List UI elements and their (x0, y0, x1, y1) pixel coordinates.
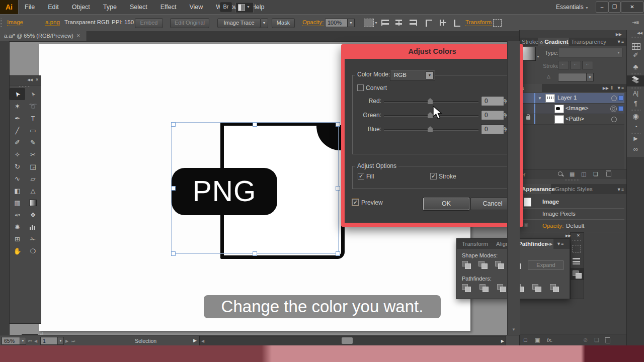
scroll-left-icon[interactable]: ◀ (201, 339, 204, 343)
unite-icon[interactable] (461, 260, 472, 269)
mask-button[interactable]: Mask (272, 18, 295, 28)
appearance-opacity-value[interactable]: Default (566, 223, 584, 229)
gradient-angle-field[interactable] (558, 73, 587, 81)
selection-handle[interactable] (171, 186, 176, 191)
gradient-tool[interactable] (25, 197, 41, 209)
green-value-field[interactable]: 0 (481, 110, 504, 120)
eyedropper-tool[interactable]: ✑ (10, 209, 25, 221)
ok-button[interactable]: OK (423, 198, 469, 210)
align-top-icon[interactable] (426, 20, 432, 27)
pf-panel-menu-icon[interactable]: ▼≡ (556, 241, 564, 246)
brushes-icon[interactable]: ✐ (627, 51, 644, 59)
bridge-button[interactable]: Br (220, 2, 232, 12)
trim-icon[interactable] (478, 283, 490, 292)
align-left-icon[interactable] (381, 20, 389, 26)
tools-panel-grip[interactable] (19, 86, 31, 87)
close-icon[interactable]: ✕ (35, 77, 39, 82)
transform-link[interactable]: Transform (465, 19, 492, 26)
layer-name[interactable]: <Path> (566, 116, 584, 122)
direct-selection-tool[interactable]: ➢ (25, 88, 41, 100)
menu-select[interactable]: Select (123, 0, 154, 14)
pf-dock-grip[interactable] (573, 240, 581, 241)
style-dropdown-arrow[interactable]: ▼ (374, 21, 378, 25)
dock-grip[interactable] (631, 110, 640, 111)
convert-label[interactable]: Convert (366, 84, 387, 92)
image-trace-dropdown[interactable]: ▼ (260, 18, 268, 28)
perspective-grid-tool[interactable]: △ (25, 185, 41, 197)
layer-name[interactable]: Layer 1 (557, 95, 577, 101)
dock-grip[interactable] (631, 87, 640, 88)
pf-panel-collapse-icon[interactable]: ▶▶ (546, 242, 552, 246)
column-graph-tool[interactable] (25, 221, 41, 233)
layer1-thumbnail[interactable] (545, 94, 555, 103)
shape-builder-tool[interactable]: ◧ (10, 185, 25, 197)
image-selection-square[interactable] (618, 106, 623, 111)
opacity-dropdown-arrow[interactable]: ▼ (347, 19, 355, 27)
divide-icon[interactable] (461, 283, 472, 292)
pf-collapse-icon[interactable]: ▶▶ (566, 234, 571, 238)
layer1-target-icon[interactable] (611, 96, 617, 101)
document-tab[interactable]: a.ai* @ 65% (RGB/Preview) ✕ (0, 31, 87, 41)
dock-grip[interactable] (631, 133, 640, 134)
preview-checkbox[interactable]: ✓ (352, 199, 359, 206)
rotate-tool[interactable]: ↻ (10, 160, 25, 172)
add-effect-icon[interactable]: fx. (547, 337, 553, 343)
tab-transparency[interactable]: Transparency (571, 39, 606, 45)
panel-menu-icon[interactable]: ▼≡ (617, 39, 624, 44)
align-vcenter-icon[interactable] (440, 20, 446, 26)
layers-dock-cell[interactable] (627, 75, 644, 86)
color-panel-icon[interactable]: ◉ (627, 112, 644, 120)
gradient-swatch-arrow[interactable]: ▼ (536, 55, 540, 58)
selection-handle[interactable] (171, 251, 176, 256)
layer-row-path[interactable]: <Path> (520, 114, 624, 125)
tab-appearance[interactable]: Appearance (522, 186, 555, 192)
selection-handle[interactable] (336, 186, 340, 191)
image-target-icon[interactable] (610, 106, 617, 112)
tab-gradient[interactable]: ◇ Gradient (540, 39, 569, 45)
control-bar-grip[interactable] (1, 19, 2, 28)
scroll-right-icon[interactable]: ▶ (501, 339, 504, 343)
image-thumbnail[interactable] (554, 105, 564, 113)
stroke-label[interactable]: Stroke (439, 173, 456, 180)
eye-toggle-icon[interactable]: ▣ (524, 222, 528, 228)
layer-name[interactable]: <Image> (566, 105, 588, 111)
workspace-switcher[interactable]: Essentials ▼ (556, 0, 589, 15)
menu-view[interactable]: View (183, 0, 209, 14)
document-close-icon[interactable]: ✕ (76, 33, 80, 38)
close-button[interactable]: ✕ (621, 2, 643, 13)
pencil-tool[interactable]: ✎ (25, 136, 41, 148)
arrange-documents-button[interactable]: ▼ (235, 2, 254, 13)
gradient-swatch[interactable] (522, 47, 536, 61)
stroke-checkbox[interactable]: ✓ (430, 173, 437, 179)
fill-checkbox[interactable]: ✓ (358, 173, 364, 179)
appearance-opacity-link[interactable]: Opacity: (542, 223, 564, 229)
dock-grip[interactable] (631, 73, 640, 74)
selection-handle[interactable] (253, 251, 257, 256)
tab-pathfinder[interactable]: Pathfinder (518, 241, 547, 247)
blue-value-field[interactable]: 0 (481, 124, 504, 134)
minimize-button[interactable]: – (596, 2, 608, 13)
appearance-item-title[interactable]: Image (542, 199, 559, 205)
shaper-tool[interactable]: ✧ (10, 148, 25, 160)
restore-button[interactable]: ❐ (608, 2, 621, 13)
expand-triangle-icon[interactable]: ▼ (538, 96, 542, 101)
menu-file[interactable]: File (18, 0, 41, 14)
status-indicator[interactable]: Selection (135, 338, 156, 344)
menu-edit[interactable]: Edit (41, 0, 65, 14)
artboard-tool[interactable]: ⊞ (10, 233, 25, 245)
tab-stroke[interactable]: Stroke (522, 39, 538, 45)
rectangle-tool[interactable]: ▭ (25, 124, 41, 136)
layers-menu-icon[interactable]: ▼≡ (617, 85, 624, 90)
expand-dock-icon[interactable]: ◀◀ (627, 31, 644, 35)
transform-dock-icon[interactable] (573, 245, 581, 252)
new-sublayer-icon[interactable]: ◫ (581, 171, 586, 177)
scale-tool[interactable]: ◲ (25, 160, 41, 172)
selection-handle[interactable] (336, 122, 340, 127)
opacity-field[interactable]: 100% (325, 19, 349, 27)
pathfinder-dock-cell[interactable] (571, 268, 584, 280)
menu-effect[interactable]: Effect (154, 0, 183, 14)
first-artboard-icon[interactable]: ⏮ (28, 339, 32, 344)
pf-close-icon[interactable]: ✕ (577, 233, 580, 238)
layer-row-image[interactable]: <Image> (520, 104, 624, 114)
fill-label[interactable]: Fill (366, 173, 374, 180)
